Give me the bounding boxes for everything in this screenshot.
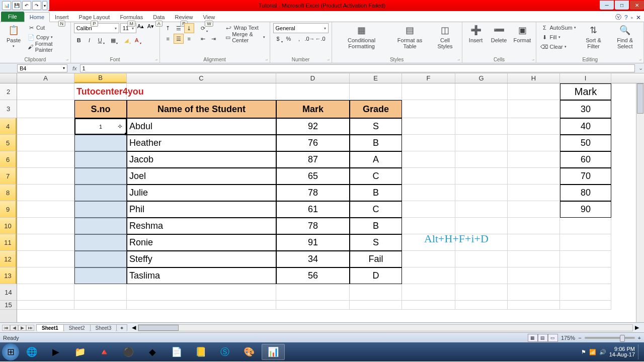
cell-mark[interactable]: 87: [276, 151, 350, 168]
column-header-I[interactable]: I: [560, 73, 611, 83]
home-tab[interactable]: Home: [24, 12, 50, 22]
cell[interactable]: [508, 251, 560, 267]
paste-button[interactable]: 📋Paste▾: [3, 23, 24, 49]
cell[interactable]: [402, 251, 455, 267]
align-middle-icon[interactable]: ☰: [174, 23, 184, 33]
cell-mark[interactable]: 76: [276, 135, 350, 151]
taskbar-skype-icon[interactable]: Ⓢ: [213, 344, 236, 360]
cell[interactable]: [276, 284, 350, 301]
formula-bar[interactable]: 1: [80, 64, 635, 72]
cell-grade[interactable]: Fail: [350, 251, 402, 267]
data-tab[interactable]: DataA: [148, 13, 170, 22]
page-layout-view-icon[interactable]: ▤: [538, 334, 548, 342]
insert-tab[interactable]: InsertN: [50, 13, 74, 22]
cell-grade[interactable]: C: [350, 168, 402, 185]
help-icon[interactable]: ?: [624, 14, 628, 21]
page-break-view-icon[interactable]: ▭: [548, 334, 558, 342]
merge-center-button[interactable]: ▭Merge & Center▾: [224, 33, 267, 42]
zoom-slider[interactable]: [585, 337, 635, 339]
column-header-A[interactable]: A: [17, 73, 74, 83]
cell[interactable]: [276, 83, 350, 100]
number-format-select[interactable]: General▾: [273, 23, 329, 33]
marks-cell[interactable]: 50: [560, 135, 611, 151]
cell[interactable]: [402, 201, 455, 218]
cell[interactable]: [455, 185, 508, 201]
font-color-button[interactable]: A▾: [132, 35, 142, 45]
first-sheet-icon[interactable]: ⏮: [2, 325, 10, 331]
percent-icon[interactable]: %: [284, 34, 294, 44]
cell-mark[interactable]: 78: [276, 185, 350, 201]
cell[interactable]: [402, 135, 455, 151]
horizontal-scrollbar[interactable]: ◀▶: [130, 324, 641, 331]
fill-color-button[interactable]: ◢▾: [121, 35, 131, 45]
autosum-button[interactable]: ΣAutoSum▾: [539, 23, 577, 32]
column-header-E[interactable]: E: [350, 73, 402, 83]
cell[interactable]: [560, 251, 611, 267]
cell[interactable]: [455, 100, 508, 118]
normal-view-icon[interactable]: ▦: [528, 334, 538, 342]
align-left-icon[interactable]: ≡: [163, 34, 173, 44]
cell[interactable]: [402, 151, 455, 168]
border-button[interactable]: ▦▾: [108, 35, 118, 45]
cell[interactable]: [455, 284, 508, 301]
ribbon-options-icon[interactable]: ▫: [631, 14, 633, 21]
underline-button[interactable]: U▾: [95, 35, 105, 45]
cell[interactable]: [402, 168, 455, 185]
cell[interactable]: [560, 234, 611, 251]
show-desktop-button[interactable]: [638, 344, 642, 359]
insert-cells-button[interactable]: ➕Insert: [465, 23, 487, 44]
align-center-icon[interactable]: ☰: [174, 34, 184, 44]
header-sno[interactable]: S.no: [74, 100, 127, 118]
row-header-8[interactable]: 8: [0, 185, 17, 201]
row-header-11[interactable]: 11: [0, 234, 17, 251]
close-button[interactable]: ✕: [630, 1, 644, 10]
row-header-4[interactable]: 4: [0, 118, 17, 135]
cell[interactable]: [455, 267, 508, 284]
cell[interactable]: [508, 135, 560, 151]
cell-mark[interactable]: 61: [276, 201, 350, 218]
cell[interactable]: [17, 151, 74, 168]
fx-button[interactable]: fx: [69, 65, 80, 71]
cell[interactable]: [402, 267, 455, 284]
qat-dropdown-icon[interactable]: ▾: [42, 1, 47, 10]
format-painter-button[interactable]: 🖌Format Painter: [26, 42, 67, 51]
pagelayout-tab[interactable]: Page LayoutP: [74, 13, 115, 22]
active-cell[interactable]: 1✧: [74, 118, 127, 135]
header-grade[interactable]: Grade: [350, 100, 402, 118]
row-header-13[interactable]: 13: [0, 267, 17, 284]
clear-button[interactable]: ⌫Clear▾: [539, 42, 577, 51]
cell[interactable]: [455, 118, 508, 135]
tray-network-icon[interactable]: 📶: [589, 349, 596, 355]
zoom-level[interactable]: 175%: [561, 335, 575, 341]
cell[interactable]: [17, 100, 74, 118]
view-tab[interactable]: ViewW: [198, 13, 220, 22]
taskbar-explorer-icon[interactable]: 📁: [68, 344, 92, 360]
cell[interactable]: [17, 83, 74, 100]
cell[interactable]: [17, 168, 74, 185]
maximize-button[interactable]: □: [615, 1, 629, 10]
cell-mark[interactable]: 34: [276, 251, 350, 267]
save-icon[interactable]: 💾: [12, 1, 21, 10]
cell-grade[interactable]: B: [350, 218, 402, 234]
cell[interactable]: [455, 301, 508, 310]
cell-name[interactable]: Phil: [127, 201, 276, 218]
taskbar-media-icon[interactable]: ▶: [44, 344, 67, 360]
marks-cell[interactable]: 70: [560, 168, 611, 185]
row-header-6[interactable]: 6: [0, 151, 17, 168]
vertical-scrollbar[interactable]: [636, 83, 644, 322]
cell[interactable]: [17, 284, 74, 301]
cell-grade[interactable]: S: [350, 234, 402, 251]
cell[interactable]: [455, 151, 508, 168]
cell[interactable]: [276, 301, 350, 310]
system-tray[interactable]: ⚑ 📶 🔊 9:06 PM14-Aug-17: [581, 344, 642, 359]
cell[interactable]: [508, 185, 560, 201]
cell[interactable]: [508, 100, 560, 118]
format-cells-button[interactable]: ▣Format: [512, 23, 533, 44]
taskbar-app-icon[interactable]: ◆: [141, 344, 164, 360]
cell[interactable]: [17, 135, 74, 151]
sheet-tab-1[interactable]: Sheet1: [36, 324, 64, 331]
undo-icon[interactable]: ↶: [22, 1, 31, 10]
review-tab[interactable]: ReviewR: [170, 13, 198, 22]
cell[interactable]: [127, 301, 276, 310]
taskbar-notes-icon[interactable]: 📒: [189, 344, 212, 360]
